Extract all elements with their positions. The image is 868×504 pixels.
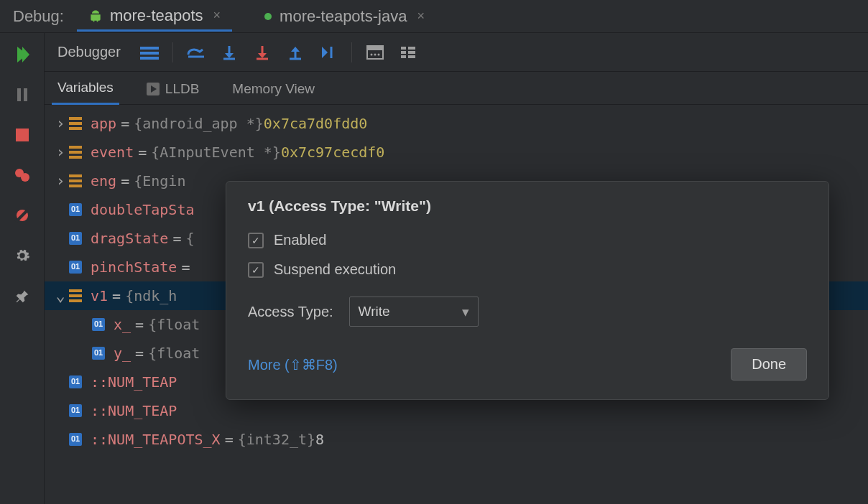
close-icon[interactable]: × [414, 9, 425, 24]
svg-rect-8 [140, 47, 159, 50]
svg-point-21 [370, 53, 372, 55]
struct-icon [68, 288, 83, 304]
suspend-checkbox[interactable]: ✓ [248, 262, 264, 278]
svg-rect-1 [17, 88, 21, 101]
svg-rect-29 [408, 55, 415, 58]
svg-rect-2 [24, 88, 27, 101]
tab-label: more-teapots [110, 6, 203, 25]
variable-type: {Engin [134, 171, 185, 192]
equals-sign: = [116, 171, 134, 192]
equals-sign: = [108, 286, 125, 307]
debug-gutter [0, 33, 45, 504]
svg-rect-25 [401, 51, 406, 54]
variable-type: {AInputEvent *} [151, 142, 281, 163]
step-out-button[interactable] [281, 39, 310, 65]
variable-type: {ndk_h [125, 286, 177, 307]
equals-sign: = [177, 257, 194, 278]
variable-name: dragState [91, 228, 168, 249]
variable-name: v1 [91, 286, 108, 307]
view-breakpoints-button[interactable] [12, 165, 32, 185]
dot-icon [264, 12, 272, 21]
field-icon: 01 [91, 345, 106, 361]
tab-lldb[interactable]: LLDB [141, 75, 206, 104]
step-over-button[interactable] [182, 39, 211, 65]
svg-point-23 [377, 53, 379, 55]
variable-type: {int32_t} [238, 429, 315, 450]
field-icon: 01 [68, 202, 83, 218]
struct-icon [68, 173, 83, 189]
svg-rect-3 [16, 129, 29, 141]
android-icon [88, 9, 103, 23]
variable-value: 8 [315, 429, 324, 450]
field-icon: 01 [68, 230, 83, 246]
variable-name: y_ [114, 343, 131, 364]
variable-row[interactable]: 01::NUM_TEAPOTS_X = {int32_t} 8 [45, 425, 868, 454]
show-frames-button[interactable] [135, 39, 164, 65]
svg-point-5 [21, 173, 29, 182]
access-type-label: Access Type: [248, 304, 333, 320]
variable-name: x_ [114, 314, 131, 335]
equals-sign: = [168, 228, 185, 249]
svg-rect-20 [367, 46, 383, 50]
popup-title: v1 (Access Type: "Write") [248, 197, 807, 215]
variable-row[interactable]: 01::NUM_TEAP [45, 396, 868, 425]
pin-button[interactable] [12, 286, 32, 306]
debug-label: Debug: [6, 7, 77, 26]
struct-icon [68, 144, 83, 160]
close-icon[interactable]: × [211, 8, 221, 23]
svg-rect-28 [408, 51, 415, 54]
settings-button[interactable] [12, 246, 32, 266]
variable-value: 0x7ca7d0fdd0 [264, 113, 368, 134]
play-small-icon [147, 83, 160, 95]
debug-tabstrip: Debug: more-teapots × more-teapots-java … [0, 0, 868, 33]
field-icon: 01 [91, 317, 106, 332]
debugger-views-tabs: Variables LLDB Memory View [45, 72, 868, 105]
debugger-toolbar: Debugger [45, 33, 868, 72]
more-link[interactable]: More (⇧⌘F8) [248, 356, 338, 373]
variable-name: app [91, 113, 116, 134]
force-step-into-button[interactable] [248, 39, 277, 65]
step-into-button[interactable] [215, 39, 244, 65]
tab-more-teapots-java[interactable]: more-teapots-java × [252, 3, 436, 30]
resume-button[interactable] [12, 45, 32, 65]
trace-button[interactable] [394, 39, 423, 65]
chevron-down-icon[interactable]: ⌄ [53, 284, 68, 307]
run-to-cursor-button[interactable] [314, 39, 343, 65]
svg-point-0 [264, 13, 272, 20]
variable-name: eng [91, 171, 116, 192]
equals-sign: = [221, 429, 238, 450]
field-icon: 01 [68, 374, 83, 390]
watchpoint-popup: v1 (Access Type: "Write") ✓ Enabled ✓ Su… [226, 181, 829, 400]
chevron-right-icon[interactable]: › [53, 169, 68, 192]
tab-more-teapots[interactable]: more-teapots × [77, 2, 232, 32]
equals-sign: = [134, 142, 151, 163]
access-type-select[interactable]: Write ▾ [349, 297, 479, 327]
tab-label: more-teapots-java [280, 7, 407, 26]
variable-name: ::NUM_TEAPOTS_X [91, 429, 221, 450]
pause-button[interactable] [12, 85, 32, 105]
variable-value: 0x7c97cecdf0 [281, 142, 385, 163]
enabled-checkbox[interactable]: ✓ [248, 233, 264, 248]
svg-rect-9 [140, 52, 159, 55]
done-button[interactable]: Done [731, 348, 807, 381]
svg-rect-10 [140, 57, 159, 60]
tab-memory-view[interactable]: Memory View [226, 75, 320, 104]
variable-row[interactable]: ›app = {android_app *} 0x7ca7d0fdd0 [45, 109, 868, 138]
field-icon: 01 [68, 259, 83, 275]
evaluate-expression-button[interactable] [361, 39, 389, 65]
svg-rect-26 [401, 55, 406, 58]
field-icon: 01 [68, 403, 83, 419]
variable-row[interactable]: ›event = {AInputEvent *} 0x7c97cecdf0 [45, 138, 868, 167]
struct-icon [68, 116, 83, 131]
variable-type: {android_app *} [134, 113, 264, 134]
tab-variables[interactable]: Variables [52, 74, 119, 105]
stop-button[interactable] [12, 125, 32, 145]
debugger-label: Debugger [53, 44, 131, 60]
equals-sign: = [116, 113, 134, 134]
chevron-right-icon[interactable]: › [53, 112, 68, 135]
svg-rect-27 [408, 47, 415, 50]
tab-lldb-label: LLDB [165, 81, 200, 97]
chevron-right-icon[interactable]: › [53, 141, 68, 164]
svg-rect-24 [401, 47, 406, 50]
mute-breakpoints-button[interactable] [12, 205, 32, 225]
